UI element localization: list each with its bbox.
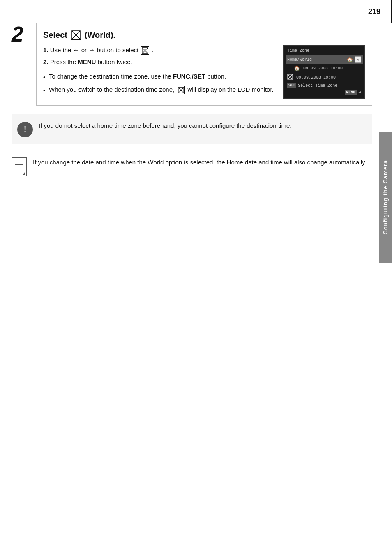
bullet-1-text: To change the destination time zone, use… xyxy=(49,72,226,82)
arrow-left-icon: ← xyxy=(73,45,80,55)
bullet-section: • To change the destination time zone, u… xyxy=(43,72,277,95)
note-text: If you change the date and time when the… xyxy=(33,157,367,167)
note-triangle xyxy=(23,171,25,175)
instruction-2-num: 2. xyxy=(43,58,48,65)
warning-exclamation: ! xyxy=(24,125,27,134)
arrow-right-icon: → xyxy=(88,45,95,55)
bullet-item-1: • To change the destination time zone, u… xyxy=(43,72,277,82)
sidebar-tab: Configuring the Camera xyxy=(379,132,392,263)
note-icon-inner xyxy=(14,163,25,171)
instruction-1-or: or xyxy=(81,46,89,53)
set-text: Select Time Zone xyxy=(298,83,337,88)
instruction-1: 1. Use the ← or → button to select xyxy=(43,45,277,55)
step-title-world: (World). xyxy=(85,30,115,40)
warning-box: ! If you do not select a home time zone … xyxy=(12,114,372,144)
instruction-2: 2. Press the MENU button twice. xyxy=(43,58,277,67)
bullet-2-text: When you switch to the destination time … xyxy=(49,85,274,95)
home-icon-screen: 🏠 xyxy=(347,57,353,63)
instruction-1-text-after: button to select xyxy=(97,46,140,53)
step-number: 2 xyxy=(12,23,29,106)
instruction-2-bold: MENU xyxy=(78,58,96,65)
row2-date: 09.09.2008 19:00 xyxy=(296,75,336,80)
menu-badge: MENU xyxy=(345,90,357,95)
world-icon-title xyxy=(71,30,81,40)
step-instructions: 1. Use the ← or → button to select xyxy=(43,45,277,99)
step-content-box: Select (World). 1. xyxy=(36,23,372,106)
bullet-item-2: • When you switch to the destination tim… xyxy=(43,85,277,95)
bullet-dot-1: • xyxy=(43,73,46,82)
home-icon-2: 🏠 xyxy=(294,65,300,72)
warning-text: If you do not select a home time zone be… xyxy=(39,121,291,131)
page-number: 219 xyxy=(368,7,380,16)
screen-row-home-date: 🏠 09.09.2008 10:00 xyxy=(286,64,363,73)
screen-header: Time Zone xyxy=(286,48,363,54)
step-section: 2 Select (World). xyxy=(12,23,372,106)
screen-set-row: SET Select Time Zone xyxy=(286,82,363,89)
row1-date: 09.09.2008 10:00 xyxy=(303,66,343,71)
note-box: If you change the date and time when the… xyxy=(12,152,372,182)
main-content: 2 Select (World). xyxy=(12,23,372,182)
note-line-3 xyxy=(15,169,21,169)
camera-screen: Time Zone Home/World 🏠 ✕ 🏠 09.09.2008 10… xyxy=(283,45,365,99)
instruction-2-text-before: Press the xyxy=(50,58,78,65)
screen-row-home: Home/World 🏠 ✕ xyxy=(286,55,363,64)
instruction-2-text-after: button twice. xyxy=(98,58,132,65)
note-icon xyxy=(12,157,27,176)
warning-icon: ! xyxy=(17,122,33,137)
x-badge: ✕ xyxy=(355,56,361,63)
step-title-row: Select (World). xyxy=(43,30,365,40)
note-line-1 xyxy=(15,164,23,165)
instruction-1-text-before: Use the xyxy=(50,46,73,53)
bullet-dot-2: • xyxy=(43,86,46,95)
step-title-select: Select xyxy=(43,30,67,40)
screen-row-world: 09.09.2008 19:00 xyxy=(286,73,363,82)
note-line-2 xyxy=(15,167,23,167)
return-arrow: ↩ xyxy=(358,90,361,95)
instruction-1-period: . xyxy=(152,46,154,53)
sidebar-tab-label: Configuring the Camera xyxy=(382,160,389,234)
inline-world-icon xyxy=(141,46,149,55)
inline-world-icon-2 xyxy=(177,86,185,94)
screen-menu-row: MENU ↩ xyxy=(286,89,363,96)
func-set-bold: FUNC./SET xyxy=(173,73,205,80)
home-world-label: Home/World xyxy=(287,58,345,62)
set-badge: SET xyxy=(287,83,296,88)
step-body: 1. Use the ← or → button to select xyxy=(43,45,365,99)
instruction-1-num: 1. xyxy=(43,46,48,53)
world-screen-icon xyxy=(287,74,293,81)
